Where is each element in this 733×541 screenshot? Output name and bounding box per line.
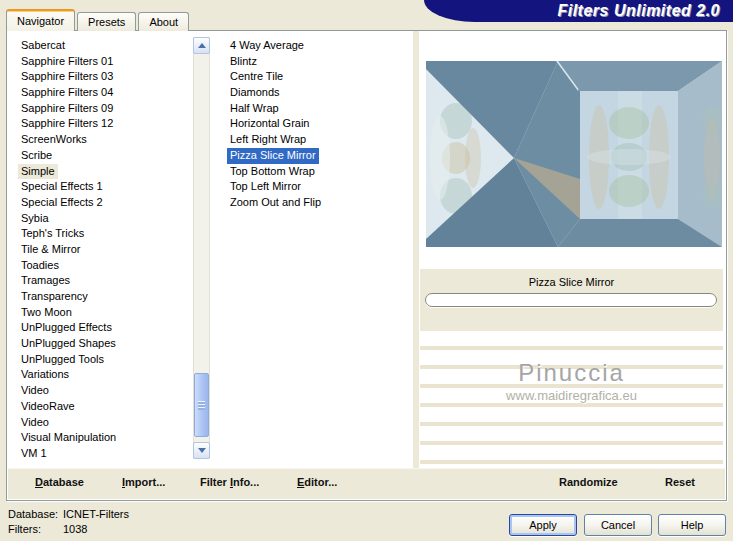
filters-count-value: 1038 [63, 522, 87, 537]
list-item-label: UnPlugged Tools [18, 352, 107, 368]
list-item[interactable]: UnPlugged Tools [18, 352, 192, 368]
list-item[interactable]: 4 Way Average [227, 38, 409, 54]
list-item[interactable]: Top Left Mirror [227, 179, 409, 195]
database-status-value: ICNET-Filters [63, 507, 129, 522]
filter-list[interactable]: 4 Way AverageBlintzCentre TileDiamondsHa… [227, 38, 409, 464]
list-item[interactable]: Transparency [18, 289, 192, 305]
list-item[interactable]: Horizontal Grain [227, 116, 409, 132]
list-item[interactable]: Sapphire Filters 04 [18, 85, 192, 101]
app-title: Filters Unlimited 2.0 [557, 2, 720, 19]
list-item-label: Zoom Out and Flip [227, 195, 324, 211]
category-list-scrollbar[interactable] [193, 37, 210, 459]
reset-button[interactable]: Reset [665, 476, 695, 488]
chevron-up-icon [198, 43, 206, 48]
list-item[interactable]: UnPlugged Effects [18, 320, 192, 336]
list-item[interactable]: Variations [18, 367, 192, 383]
list-item[interactable]: Two Moon [18, 305, 192, 321]
list-item[interactable]: Top Bottom Wrap [227, 164, 409, 180]
list-item[interactable]: Special Effects 1 [18, 179, 192, 195]
list-item-label: Special Effects 1 [18, 179, 106, 195]
selected-filter-label: Pizza Slice Mirror [420, 269, 723, 288]
list-item-label: Top Bottom Wrap [227, 164, 318, 180]
scroll-up-button[interactable] [193, 37, 210, 54]
list-item[interactable]: Diamonds [227, 85, 409, 101]
list-item-label: ScreenWorks [18, 132, 90, 148]
list-item-label: Top Left Mirror [227, 179, 304, 195]
list-item-label: Left Right Wrap [227, 132, 309, 148]
list-item[interactable]: Half Wrap [227, 101, 409, 117]
list-item[interactable]: Video [18, 415, 192, 431]
list-item[interactable]: Sapphire Filters 01 [18, 54, 192, 70]
list-item-label: Sapphire Filters 01 [18, 54, 116, 70]
list-item[interactable]: Centre Tile [227, 69, 409, 85]
navigator-page: SabercatSapphire Filters 01Sapphire Filt… [6, 30, 727, 501]
list-item-label: Tile & Mirror [18, 242, 83, 258]
list-item-label: 4 Way Average [227, 38, 307, 54]
list-item[interactable]: Simple [18, 164, 192, 180]
list-item[interactable]: UnPlugged Shapes [18, 336, 192, 352]
list-item-label: Sapphire Filters 04 [18, 85, 116, 101]
list-item[interactable]: Special Effects 2 [18, 195, 192, 211]
database-button[interactable]: Database [35, 476, 84, 488]
list-item-label: UnPlugged Effects [18, 320, 115, 336]
help-button[interactable]: Help [658, 514, 726, 536]
app-title-bar: Filters Unlimited 2.0 [424, 0, 733, 22]
list-item[interactable]: Video [18, 383, 192, 399]
preview-slider[interactable] [425, 293, 717, 307]
list-item[interactable]: VM 1 [18, 446, 192, 462]
editor-button[interactable]: Editor... [297, 476, 337, 488]
tab-about[interactable]: About [138, 12, 189, 31]
randomize-button[interactable]: Randomize [559, 476, 618, 488]
list-item[interactable]: Blintz [227, 54, 409, 70]
list-item-label: Special Effects 2 [18, 195, 106, 211]
category-list[interactable]: SabercatSapphire Filters 01Sapphire Filt… [18, 38, 192, 464]
filter-preview-image [426, 61, 722, 247]
database-status-label: Database: [8, 507, 63, 522]
list-item[interactable]: Toadies [18, 258, 192, 274]
list-item[interactable]: Teph's Tricks [18, 226, 192, 242]
list-item[interactable]: Pizza Slice Mirror [227, 148, 409, 164]
list-item-label: Blintz [227, 54, 260, 70]
tab-navigator[interactable]: Navigator [6, 9, 75, 31]
list-item-label: Diamonds [227, 85, 283, 101]
list-item[interactable]: Sybia [18, 211, 192, 227]
tab-presets[interactable]: Presets [77, 12, 136, 31]
list-item[interactable]: VideoRave [18, 399, 192, 415]
list-item-label: Sapphire Filters 12 [18, 116, 116, 132]
list-item-label: Toadies [18, 258, 62, 274]
list-item[interactable]: Sapphire Filters 12 [18, 116, 192, 132]
list-item[interactable]: Scribe [18, 148, 192, 164]
list-item-label: Sabercat [18, 38, 68, 54]
list-item[interactable]: Sabercat [18, 38, 192, 54]
list-item-label: Pizza Slice Mirror [227, 148, 319, 164]
list-item[interactable]: Tramages [18, 273, 192, 289]
list-item[interactable]: ScreenWorks [18, 132, 192, 148]
import-button[interactable]: Import... [122, 476, 165, 488]
list-item[interactable]: Zoom Out and Flip [227, 195, 409, 211]
list-item-label: Scribe [18, 148, 55, 164]
list-item-label: Two Moon [18, 305, 75, 321]
apply-button[interactable]: Apply [509, 514, 577, 536]
list-item[interactable]: Sapphire Filters 03 [18, 69, 192, 85]
list-item-label: Video [18, 415, 52, 431]
list-item-label: Simple [18, 164, 58, 180]
list-item-label: Horizontal Grain [227, 116, 312, 132]
list-item[interactable]: Sapphire Filters 09 [18, 101, 192, 117]
list-item-label: Teph's Tricks [18, 226, 87, 242]
watermark-name: Pinuccia [420, 359, 723, 387]
list-item[interactable]: Visual Manipulation [18, 430, 192, 446]
parameter-rows: Pinuccia www.maidiregrafica.eu [420, 331, 723, 468]
watermark-url: www.maidiregrafica.eu [420, 388, 723, 403]
action-band: Database Import... Filter Info... Editor… [8, 468, 725, 499]
list-item-label: Sapphire Filters 09 [18, 101, 116, 117]
cancel-button[interactable]: Cancel [584, 514, 652, 536]
list-item-label: Transparency [18, 289, 91, 305]
filter-info-button[interactable]: Filter Info... [200, 476, 259, 488]
list-item-label: Variations [18, 367, 72, 383]
list-item[interactable]: Tile & Mirror [18, 242, 192, 258]
scroll-down-button[interactable] [193, 442, 210, 459]
list-item[interactable]: Left Right Wrap [227, 132, 409, 148]
list-item-label: VM 1 [18, 446, 50, 462]
list-item-label: Sapphire Filters 03 [18, 69, 116, 85]
scrollbar-thumb[interactable] [194, 373, 209, 437]
